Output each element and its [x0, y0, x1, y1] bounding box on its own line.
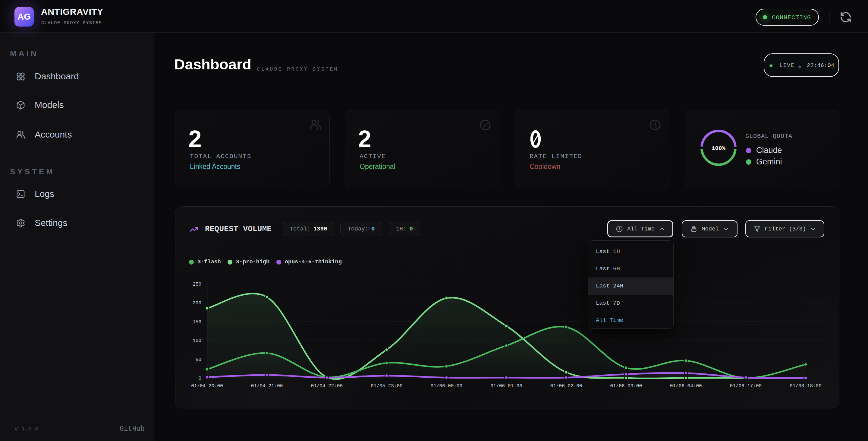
svg-text:150: 150 [193, 319, 201, 325]
svg-text:01/04 20:00: 01/04 20:00 [191, 383, 223, 389]
svg-text:01/04 22:00: 01/04 22:00 [311, 383, 343, 389]
svg-text:01/08 18:00: 01/08 18:00 [789, 383, 822, 389]
svg-text:01/06 03:00: 01/06 03:00 [610, 383, 642, 389]
svg-text:200: 200 [193, 300, 201, 306]
svg-text:01/06 00:00: 01/06 00:00 [431, 383, 463, 389]
svg-text:0: 0 [198, 376, 201, 381]
svg-text:01/06 01:00: 01/06 01:00 [490, 383, 522, 389]
svg-text:01/05 23:00: 01/05 23:00 [371, 383, 403, 389]
svg-text:01/08 17:00: 01/08 17:00 [730, 383, 762, 389]
svg-text:100: 100 [193, 338, 201, 344]
svg-text:250: 250 [193, 282, 201, 287]
svg-text:01/04 21:00: 01/04 21:00 [251, 383, 283, 389]
svg-text:50: 50 [195, 357, 201, 362]
svg-text:01/06 02:00: 01/06 02:00 [550, 383, 582, 389]
svg-text:01/06 04:00: 01/06 04:00 [670, 383, 702, 389]
